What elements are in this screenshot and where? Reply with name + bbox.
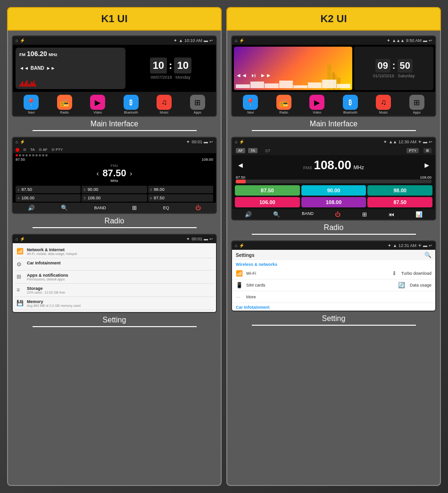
k2-radio-label: Radio — [280, 111, 288, 114]
k2-data-icon: 🔄 — [398, 282, 405, 288]
k2-battery: ▬ — [423, 38, 427, 43]
k1-freq-next[interactable]: › — [130, 170, 133, 177]
k2-radio-section: ⌂ ⚡ ✦ ▲▲ 12:30 AM ☀ ▬ ↩ AF — [231, 137, 436, 237]
k2-app-music[interactable]: ♫ Music — [376, 95, 391, 114]
k2-search-ctrl[interactable]: 🔍 — [273, 211, 280, 218]
k2-column: K2 UI ⌂ ⚡ ✦ ▲▲▲ 9:50 AM ▬ — [226, 7, 441, 486]
radio-icon: 📻 — [57, 95, 72, 110]
k1-power-btn[interactable]: ⏻ — [195, 205, 201, 211]
k1-bluetooth-label: Bluetooth — [124, 111, 138, 114]
k2-preset-3[interactable]: 98.00 — [367, 185, 432, 196]
k2-af-tag[interactable]: AF — [236, 148, 245, 153]
k1-setting-mockup: ⌂ ⚡ ✦ 00:01 ▬ ↩ 📶 — [12, 234, 217, 313]
k2-ta-tag[interactable]: TA — [248, 148, 257, 153]
k1-apps-sub: Permissions, default apps — [27, 278, 212, 281]
k2-app-radio[interactable]: 📻 Radio — [276, 95, 291, 114]
k2-preset-1[interactable]: 87.50 — [235, 185, 300, 196]
k2-s-bt: ✦ — [388, 243, 391, 248]
k1-app-navi[interactable]: 📍 Navi — [24, 95, 39, 114]
k1-preset-5[interactable]: 5 108.00 — [82, 194, 147, 202]
k1-preset-4[interactable]: 4 106.00 — [16, 194, 81, 202]
k1-grid-btn[interactable]: ⊞ — [132, 205, 137, 211]
k2-eq-ctrl[interactable]: 📊 — [415, 211, 423, 218]
k1-search-btn[interactable]: 🔍 — [61, 205, 68, 211]
k1-freq-band: FM1 — [102, 164, 126, 168]
k1-radio-status-bar: ⌂ ⚡ ✦ 00:01 ▬ ↩ — [13, 138, 216, 146]
k2-app-bluetooth[interactable]: ₿ Bluetooth — [343, 95, 358, 114]
k1-band-btn[interactable]: BAND — [94, 205, 106, 210]
k1-settings-network[interactable]: 📶 Network & Internet Wi-Fi, mobile, data… — [15, 245, 214, 258]
k2-grid-ctrl[interactable]: ⊞ — [362, 211, 367, 218]
memory-icon: 💾 — [17, 300, 23, 306]
k2-power-ctrl[interactable]: ⏻ — [335, 211, 340, 218]
k1-memory-sub: Avg 883 MB of 2.0 GB memory used — [27, 304, 212, 307]
k2-pty-tag[interactable]: PTY — [407, 148, 419, 153]
k1-s-back: ↩ — [209, 237, 213, 241]
k1-rewind-icon[interactable]: ◄◄ — [19, 66, 29, 71]
k1-storage-sub: 22% used - 12.52 GB free — [27, 291, 212, 294]
k2-preset-6[interactable]: 87.50 — [367, 197, 432, 207]
k1-app-radio[interactable]: 📻 Radio — [57, 95, 72, 114]
k2-main-interface-section: ⌂ ⚡ ✦ ▲▲▲ 9:50 AM ▬ ↩ — [231, 35, 436, 133]
k2-apps-icon: ⊞ — [409, 95, 424, 110]
k1-apps-title: Apps & notifications — [27, 273, 212, 278]
k2-mi-status-bar: ⌂ ⚡ ✦ ▲▲▲ 9:50 AM ▬ ↩ — [232, 36, 435, 45]
k2-play-btn[interactable]: ⏯ — [251, 72, 257, 79]
k2-next-btn[interactable]: ►► — [260, 72, 272, 79]
k1-forward-icon[interactable]: ►► — [46, 66, 56, 71]
k2-seek-next[interactable]: ► — [423, 161, 431, 170]
k2-app-video[interactable]: ▶ Video — [309, 95, 324, 114]
k2-r-brightness: ☀ — [418, 140, 422, 144]
k1-app-bluetooth[interactable]: ₿ Bluetooth — [124, 95, 139, 114]
k2-skip-ctrl[interactable]: ⏮ — [389, 211, 394, 218]
k2-extra-tag[interactable]: ⊞ — [423, 148, 431, 153]
k2-app-apps[interactable]: ⊞ Apps — [409, 95, 424, 114]
k1-settings-memory[interactable]: 💾 Memory Avg 883 MB of 2.0 GB memory use… — [15, 297, 214, 310]
k1-eq-btn[interactable]: EQ — [163, 205, 169, 210]
k2-prev-btn[interactable]: ◄◄ — [236, 72, 247, 79]
k1-app-music[interactable]: ♫ Music — [157, 95, 172, 114]
k1-setting-label: Setting — [33, 315, 197, 327]
k2-app-navi[interactable]: 📍 Navi — [243, 95, 258, 114]
k2-setting-mockup: ⌂ ⚡ ✦ ▲ 12:31 AM ☀ ▬ ↩ — [231, 240, 436, 312]
k1-freq-end: 108.00 — [202, 157, 213, 162]
k1-app-video[interactable]: ▶ Video — [90, 95, 105, 114]
k2-mi-time: 9:50 AM — [406, 38, 422, 43]
k1-settings-apps[interactable]: ⊞ Apps & notifications Permissions, defa… — [15, 271, 214, 284]
k2-vol-ctrl[interactable]: 🔊 — [245, 211, 252, 218]
k2-band-ctrl[interactable]: BAND — [302, 211, 314, 218]
k1-freq-mhz: MHz — [102, 179, 126, 183]
k2-sim-label: SIM cards — [246, 283, 395, 288]
k2-more-item[interactable]: ··· More — [232, 291, 435, 303]
k2-preset-4[interactable]: 106.00 — [235, 197, 300, 207]
k1-clock-hour: 10 — [150, 58, 167, 74]
k1-freq-prev[interactable]: ‹ — [97, 170, 99, 177]
k2-clock-date: 01/10/2016 Saturday — [373, 74, 415, 78]
k1-preset-1[interactable]: 1 87.50 — [16, 186, 81, 193]
k1-settings-car[interactable]: ⚙ Car Infotainment — [15, 258, 214, 271]
k2-flip-clock: 09 : 50 — [375, 59, 413, 73]
k1-settings-storage[interactable]: ≡ Storage 22% used - 12.52 GB free — [15, 284, 214, 297]
k2-app-icons-row: 📍 Navi 📻 Radio ▶ Video ₿ — [232, 92, 435, 116]
k2-preset-2[interactable]: 90.00 — [301, 185, 366, 196]
k2-signal: ▲▲▲ — [392, 38, 405, 43]
k1-vol-btn[interactable]: 🔊 — [28, 205, 35, 211]
k2-preset-5[interactable]: 108.00 — [301, 197, 366, 207]
k1-preset-2[interactable]: 2 90.00 — [82, 186, 147, 193]
k2-settings-search-icon[interactable]: 🔍 — [424, 252, 431, 258]
k1-band-label[interactable]: BAND — [31, 66, 44, 71]
k1-main-freq-display: ‹ FM1 87.50 MHz › — [13, 162, 216, 185]
k2-wifi-item[interactable]: 📶 Wi-Fi ⬇ Turbo download — [232, 268, 435, 279]
network-icon: 📶 — [17, 248, 23, 255]
k2-settings-title: Settings — [236, 253, 254, 258]
k2-sim-item[interactable]: 📱 SIM cards 🔄 Data usage — [232, 279, 435, 291]
k1-r-home-icon: ⌂ — [16, 140, 18, 144]
k1-preset-6[interactable]: 6 87.50 — [148, 194, 213, 202]
k1-storage-title: Storage — [27, 286, 212, 291]
k1-app-apps[interactable]: ⊞ Apps — [190, 95, 205, 114]
bt-icon: ✦ — [174, 38, 177, 43]
k2-seek-prev[interactable]: ◄ — [237, 161, 244, 170]
k1-preset-3[interactable]: 3 98.00 — [148, 186, 213, 193]
back-icon: ↩ — [209, 38, 213, 43]
k1-car-title: Car Infotainment — [27, 261, 212, 265]
